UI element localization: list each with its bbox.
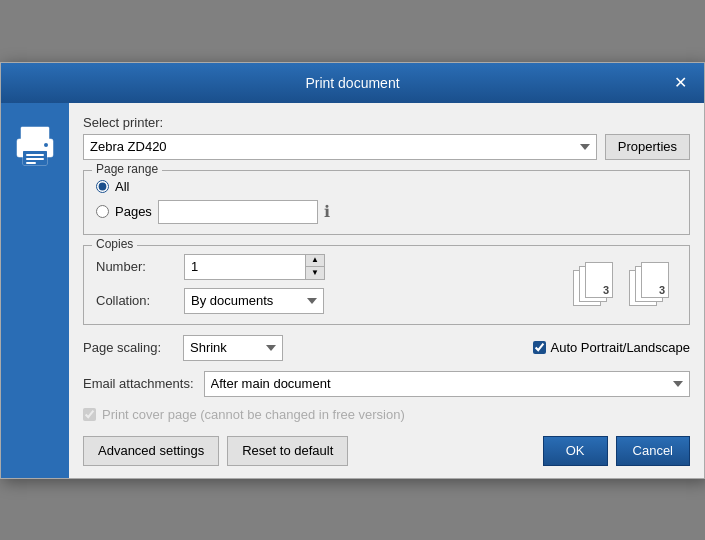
collation-dropdown[interactable]: By documents By pages <box>184 288 324 314</box>
collation-row: Collation: By documents By pages <box>96 288 561 314</box>
spinner-buttons: ▲ ▼ <box>305 255 324 279</box>
spinner-up[interactable]: ▲ <box>306 255 324 267</box>
email-attachments-label: Email attachments: <box>83 376 194 391</box>
printer-label: Select printer: <box>83 115 163 130</box>
pages-radio[interactable] <box>96 205 109 218</box>
svg-rect-4 <box>26 154 44 156</box>
properties-button[interactable]: Properties <box>605 134 690 160</box>
footer-row: Advanced settings Reset to default OK Ca… <box>83 432 690 466</box>
printer-dropdown[interactable]: Zebra ZD420 Microsoft Print to PDF OneNo… <box>83 134 597 160</box>
number-input-wrapper: 1 ▲ ▼ <box>184 254 325 280</box>
advanced-settings-button[interactable]: Advanced settings <box>83 436 219 466</box>
cancel-button[interactable]: Cancel <box>616 436 690 466</box>
copies-icons: 1 2 3 1 2 3 <box>573 262 677 306</box>
right-panel: Select printer: Zebra ZD420 Microsoft Pr… <box>69 103 704 478</box>
reset-button[interactable]: Reset to default <box>227 436 348 466</box>
collated-icon: 1 2 3 <box>573 262 621 306</box>
all-radio[interactable] <box>96 180 109 193</box>
copies-grid: Number: 1 ▲ ▼ Collation: <box>96 254 677 314</box>
title-bar: Print document ✕ <box>1 63 704 103</box>
printer-section: Select printer: <box>83 115 690 130</box>
page-sheet-6: 3 <box>641 262 669 298</box>
all-radio-row: All <box>96 179 677 194</box>
number-label: Number: <box>96 259 176 274</box>
page-range-group: Page range All Pages ℹ <box>83 170 690 235</box>
pages-label[interactable]: Pages <box>115 204 152 219</box>
auto-portrait-label[interactable]: Auto Portrait/Landscape <box>551 340 690 355</box>
svg-rect-5 <box>26 158 44 160</box>
dialog-title: Print document <box>37 75 668 91</box>
auto-portrait-wrapper: Auto Portrait/Landscape <box>533 340 690 355</box>
pages-radio-row: Pages ℹ <box>96 200 677 224</box>
collation-label: Collation: <box>96 293 176 308</box>
scaling-dropdown[interactable]: Shrink Fit None <box>183 335 283 361</box>
number-row: Number: 1 ▲ ▼ <box>96 254 561 280</box>
ok-button[interactable]: OK <box>543 436 608 466</box>
number-input[interactable]: 1 <box>185 255 305 279</box>
close-button[interactable]: ✕ <box>668 71 692 95</box>
info-icon[interactable]: ℹ <box>324 202 330 221</box>
cover-page-row: Print cover page (cannot be changed in f… <box>83 407 690 422</box>
cover-page-checkbox <box>83 408 96 421</box>
copies-left: Number: 1 ▲ ▼ Collation: <box>96 254 561 314</box>
left-panel <box>1 103 69 478</box>
auto-portrait-checkbox[interactable] <box>533 341 546 354</box>
print-dialog: Print document ✕ <box>0 62 705 479</box>
uncollated-icon: 1 2 3 <box>629 262 677 306</box>
svg-point-7 <box>44 143 48 147</box>
cover-page-label: Print cover page (cannot be changed in f… <box>102 407 405 422</box>
page-sheet-3: 3 <box>585 262 613 298</box>
dialog-body: Select printer: Zebra ZD420 Microsoft Pr… <box>1 103 704 478</box>
page-range-title: Page range <box>92 162 162 176</box>
all-label[interactable]: All <box>115 179 129 194</box>
email-row: Email attachments: After main document B… <box>83 371 690 397</box>
printer-icon <box>13 123 57 176</box>
svg-rect-6 <box>26 162 36 164</box>
spinner-down[interactable]: ▼ <box>306 266 324 278</box>
scaling-row: Page scaling: Shrink Fit None Auto Portr… <box>83 335 690 361</box>
pages-input[interactable] <box>158 200 318 224</box>
printer-select-row: Zebra ZD420 Microsoft Print to PDF OneNo… <box>83 134 690 160</box>
copies-group: Copies Number: 1 ▲ ▼ <box>83 245 690 325</box>
email-attachments-dropdown[interactable]: After main document Before main document… <box>204 371 690 397</box>
copies-title: Copies <box>92 237 137 251</box>
page-scaling-label: Page scaling: <box>83 340 173 355</box>
